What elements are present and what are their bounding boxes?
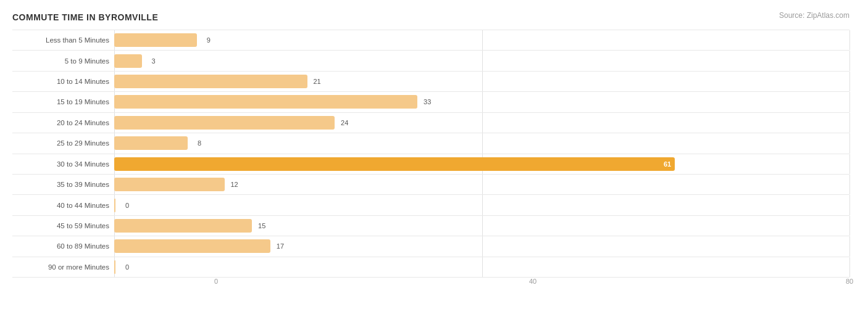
bar: 33 (114, 95, 417, 109)
bar: 0 (114, 260, 115, 274)
bar-track: 33 (114, 92, 849, 112)
chart-container: COMMUTE TIME IN BYROMVILLE Source: ZipAt… (0, 0, 868, 322)
bar-value: 15 (258, 222, 265, 229)
x-axis-tick: 0 (214, 278, 218, 285)
bar-label: 10 to 14 Minutes (12, 78, 114, 85)
bar: 8 (114, 136, 188, 150)
bar-row: 60 to 89 Minutes17 (12, 236, 849, 257)
bar-track: 12 (114, 175, 849, 194)
x-axis-tick: 40 (529, 278, 536, 285)
bar-value: 33 (424, 98, 431, 105)
bar: 24 (114, 116, 335, 130)
bar-row: Less than 5 Minutes9 (12, 30, 849, 51)
bar: 9 (114, 33, 197, 47)
bar-label: 45 to 59 Minutes (12, 222, 114, 229)
bar: 0 (114, 199, 115, 212)
bar-label: 25 to 29 Minutes (12, 139, 114, 147)
bar-track: 24 (114, 113, 849, 133)
bar-row: 15 to 19 Minutes33 (12, 92, 849, 112)
source-text: Source: ZipAtlas.com (779, 11, 849, 20)
bar-value: 0 (125, 263, 129, 271)
bar: 61 (114, 157, 675, 171)
bar-label: 35 to 39 Minutes (12, 181, 114, 188)
bar-value: 61 (664, 160, 671, 168)
bar-row: 35 to 39 Minutes12 (12, 175, 849, 195)
bar: 3 (114, 54, 142, 68)
bar-label: 40 to 44 Minutes (12, 202, 114, 209)
bar: 12 (114, 178, 225, 191)
bar-row: 20 to 24 Minutes24 (12, 113, 849, 133)
bar-value: 3 (152, 57, 156, 65)
x-axis-tick: 80 (846, 278, 853, 285)
bar-track: 61 (114, 154, 849, 174)
bar-value: 24 (341, 119, 348, 126)
bar-track: 0 (114, 257, 849, 277)
bar-track: 17 (114, 236, 849, 256)
bar-track: 15 (114, 216, 849, 236)
bar-label: 30 to 34 Minutes (12, 160, 114, 168)
bar-row: 25 to 29 Minutes8 (12, 133, 849, 154)
bar-row: 30 to 34 Minutes61 (12, 154, 849, 175)
bar-label: 20 to 24 Minutes (12, 119, 114, 126)
bar-row: 40 to 44 Minutes0 (12, 195, 849, 215)
bar-label: 90 or more Minutes (12, 263, 114, 271)
bar-label: 5 to 9 Minutes (12, 57, 114, 65)
bar-value: 0 (125, 202, 129, 209)
chart-title: COMMUTE TIME IN BYROMVILLE (12, 12, 849, 22)
bar-value: 21 (313, 78, 320, 85)
bar-value: 9 (207, 36, 211, 44)
bar-track: 9 (114, 30, 849, 50)
bar-label: 15 to 19 Minutes (12, 98, 114, 105)
bar-label: Less than 5 Minutes (12, 36, 114, 44)
bar-track: 8 (114, 133, 849, 153)
bar: 21 (114, 75, 307, 88)
bar-value: 17 (277, 242, 284, 250)
chart-area: Less than 5 Minutes95 to 9 Minutes310 to… (12, 30, 849, 278)
bar-track: 0 (114, 195, 849, 215)
bar-row: 5 to 9 Minutes3 (12, 51, 849, 71)
bar: 15 (114, 219, 252, 233)
bar-row: 10 to 14 Minutes21 (12, 72, 849, 92)
bar-row: 45 to 59 Minutes15 (12, 216, 849, 236)
bar-label: 60 to 89 Minutes (12, 242, 114, 250)
bar-track: 21 (114, 72, 849, 91)
bar-value: 12 (230, 181, 238, 188)
bar-track: 3 (114, 51, 849, 70)
bar-row: 90 or more Minutes0 (12, 257, 849, 278)
bar-value: 8 (198, 139, 201, 147)
bar: 17 (114, 239, 270, 253)
